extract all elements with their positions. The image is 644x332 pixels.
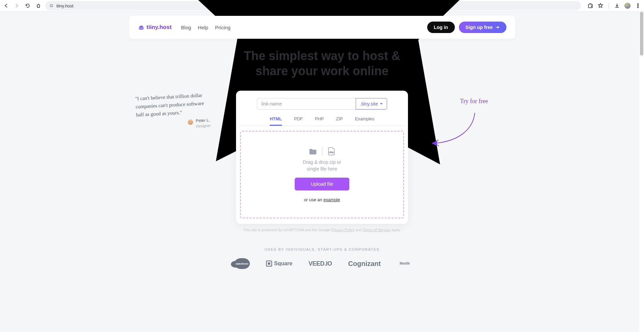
upload-tabs: HTML PDF PHP ZIP Examples [239, 116, 405, 126]
file-html-icon: HTML [327, 147, 336, 156]
tab-pdf[interactable]: PDF [294, 116, 303, 126]
domain-dropdown[interactable]: .tiiny.site [356, 98, 387, 110]
tab-html[interactable]: HTML [270, 116, 282, 126]
privacy-link[interactable]: Privacy Policy [331, 228, 354, 232]
svg-point-4 [638, 4, 639, 5]
hero-title: The simplest way to host & share your wo… [65, 48, 579, 79]
nav-blog[interactable]: Blog [181, 25, 191, 30]
site-navbar: tiiny.host Blog Help Pricing Log in Sign… [129, 16, 515, 39]
site-controls-icon [49, 3, 54, 8]
scrollbar[interactable] [639, 12, 644, 332]
extension-pin-icon[interactable] [598, 3, 603, 8]
svg-text:HTML: HTML [329, 151, 334, 153]
brand-nestle: Nestlé [397, 260, 410, 267]
profile-avatar[interactable] [624, 3, 631, 9]
tab-php[interactable]: PHP [315, 116, 324, 126]
scrollbar-thumb[interactable] [640, 12, 643, 56]
tab-examples[interactable]: Examples [355, 116, 374, 126]
svg-rect-9 [268, 263, 270, 265]
arrow-right-icon [495, 25, 500, 30]
quote-avatar [187, 119, 193, 125]
browser-chrome: tiiny.host [0, 0, 644, 12]
brand-cognizant: Cognizant [348, 260, 381, 268]
terms-link[interactable]: Terms of Service [362, 228, 390, 232]
brand-salesforce [234, 258, 250, 269]
upload-card: .tiiny.site HTML PDF PHP ZIP Examples HT… [236, 91, 408, 224]
logo[interactable]: tiiny.host [138, 24, 172, 31]
link-name-input[interactable] [257, 98, 356, 110]
try-free-annotation: Try for free [460, 98, 488, 105]
home-icon[interactable] [36, 3, 41, 8]
address-bar[interactable]: tiiny.host [45, 1, 581, 10]
quote-author-role: Designer [196, 123, 211, 129]
quote-author-name: Peter L. [196, 118, 211, 124]
svg-point-2 [50, 6, 51, 7]
brand-veed: VEED.IO [309, 260, 332, 267]
tab-zip[interactable]: ZIP [336, 116, 343, 126]
used-by-label: USED BY INDIVIDUALS, START-UPS & CORPORA… [65, 247, 579, 251]
svg-rect-3 [51, 6, 53, 7]
nav-pricing[interactable]: Pricing [215, 25, 231, 30]
example-line: or use an example [304, 197, 340, 202]
svg-rect-1 [51, 5, 53, 5]
upload-file-button[interactable]: Upload file [295, 178, 349, 190]
folder-zip-icon [309, 147, 317, 156]
brand-square: Square [266, 261, 292, 267]
example-link[interactable]: example [323, 197, 340, 202]
square-icon [266, 261, 272, 267]
menu-dots-icon[interactable] [635, 3, 641, 8]
extensions-icon[interactable] [588, 3, 593, 8]
logo-icon [138, 24, 145, 31]
forward-icon[interactable] [14, 3, 20, 8]
try-free-arrow-icon [428, 110, 478, 150]
chevron-down-icon [380, 102, 383, 105]
svg-point-6 [638, 7, 639, 8]
url-text: tiiny.host [56, 3, 73, 8]
svg-point-5 [638, 5, 639, 6]
reload-icon[interactable] [25, 3, 30, 8]
logo-text: tiiny.host [147, 24, 172, 31]
downloads-icon[interactable] [614, 3, 620, 8]
testimonial-quote: "I can't believe that trillion dollar co… [135, 91, 211, 131]
back-icon[interactable] [3, 3, 9, 8]
nav-help[interactable]: Help [198, 25, 208, 30]
svg-point-0 [50, 4, 51, 5]
hero: The simplest way to host & share your wo… [65, 48, 579, 79]
dropzone[interactable]: HTML Drag & drop zip or single file here… [240, 131, 404, 218]
recaptcha-note: This site is protected by reCAPTCHA and … [65, 228, 579, 232]
dropzone-text: Drag & drop zip or single file here [303, 159, 341, 172]
login-button[interactable]: Log in [427, 22, 455, 33]
nestle-icon [397, 260, 398, 267]
signup-button[interactable]: Sign up free [459, 22, 506, 33]
used-by-section: USED BY INDIVIDUALS, START-UPS & CORPORA… [65, 247, 579, 269]
